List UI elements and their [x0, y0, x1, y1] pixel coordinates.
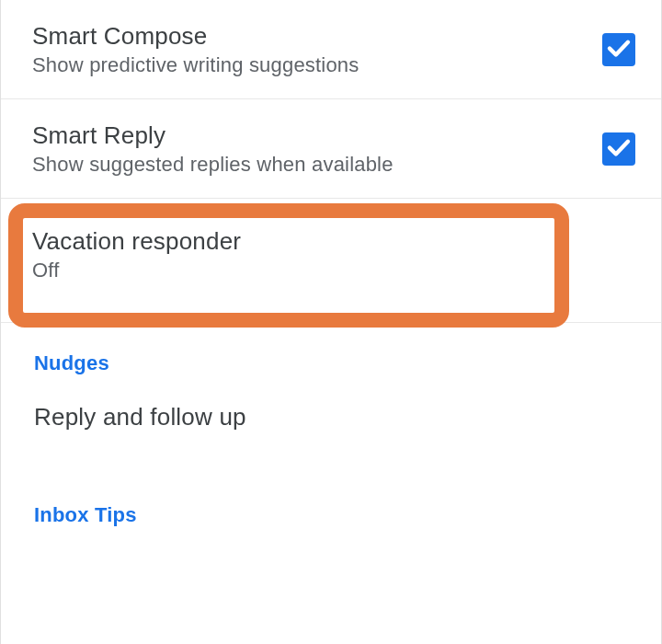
vacation-responder-status: Off: [32, 259, 635, 282]
checkmark-icon: [605, 34, 633, 65]
spacer: [1, 448, 661, 476]
checkmark-icon: [605, 133, 633, 165]
smart-compose-title: Smart Compose: [32, 22, 602, 51]
smart-reply-checkbox[interactable]: [602, 132, 635, 166]
vacation-responder-highlight: Vacation responder Off: [1, 199, 661, 324]
smart-reply-title: Smart Reply: [32, 121, 602, 150]
reply-follow-up-row[interactable]: Reply and follow up: [1, 386, 661, 448]
inbox-tips-section-header: Inbox Tips: [1, 476, 661, 538]
smart-compose-subtitle: Show predictive writing suggestions: [32, 53, 602, 77]
settings-list: Smart Compose Show predictive writing su…: [0, 0, 662, 644]
vacation-responder-text: Vacation responder Off: [32, 227, 635, 282]
vacation-responder-title: Vacation responder: [32, 227, 635, 256]
vacation-responder-row[interactable]: Vacation responder Off: [1, 199, 661, 323]
nudges-section-header: Nudges: [1, 324, 661, 386]
smart-reply-text: Smart Reply Show suggested replies when …: [32, 121, 602, 177]
smart-reply-row[interactable]: Smart Reply Show suggested replies when …: [1, 99, 661, 199]
smart-reply-subtitle: Show suggested replies when available: [32, 153, 602, 177]
smart-compose-text: Smart Compose Show predictive writing su…: [32, 22, 602, 77]
smart-compose-row[interactable]: Smart Compose Show predictive writing su…: [1, 0, 661, 99]
smart-compose-checkbox[interactable]: [602, 33, 635, 66]
